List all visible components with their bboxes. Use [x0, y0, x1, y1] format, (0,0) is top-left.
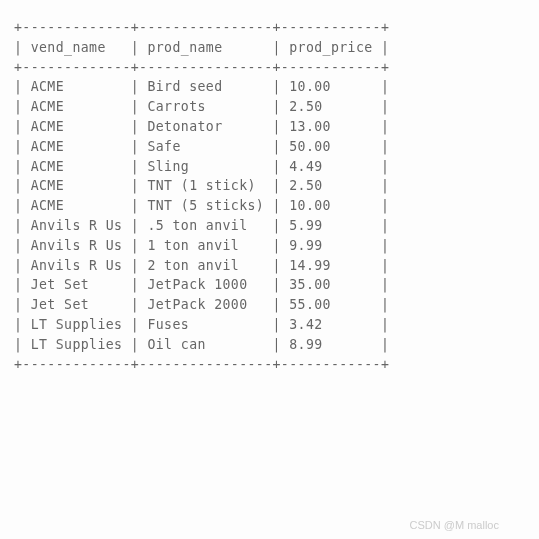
- table-row: | ACME | TNT (1 stick) | 2.50 |: [14, 176, 525, 196]
- watermark: CSDN @M malloc: [410, 517, 499, 534]
- table-row: | ACME | Carrots | 2.50 |: [14, 97, 525, 117]
- table-border: +-------------+----------------+--------…: [14, 58, 525, 78]
- table-row: | LT Supplies | Fuses | 3.42 |: [14, 315, 525, 335]
- table-row: | ACME | Sling | 4.49 |: [14, 157, 525, 177]
- table-row: | Anvils R Us | .5 ton anvil | 5.99 |: [14, 216, 525, 236]
- table-row: | Jet Set | JetPack 2000 | 55.00 |: [14, 295, 525, 315]
- table-row: | Anvils R Us | 2 ton anvil | 14.99 |: [14, 256, 525, 276]
- table-row: | ACME | TNT (5 sticks) | 10.00 |: [14, 196, 525, 216]
- table-row: | ACME | Safe | 50.00 |: [14, 137, 525, 157]
- table-header: | vend_name | prod_name | prod_price |: [14, 38, 525, 58]
- table-border: +-------------+----------------+--------…: [14, 355, 525, 375]
- table-row: | Jet Set | JetPack 1000 | 35.00 |: [14, 275, 525, 295]
- table-row: | ACME | Detonator | 13.00 |: [14, 117, 525, 137]
- table-row: | LT Supplies | Oil can | 8.99 |: [14, 335, 525, 355]
- table-row: | ACME | Bird seed | 10.00 |: [14, 77, 525, 97]
- ascii-table: +-------------+----------------+--------…: [14, 18, 525, 374]
- table-border: +-------------+----------------+--------…: [14, 18, 525, 38]
- table-row: | Anvils R Us | 1 ton anvil | 9.99 |: [14, 236, 525, 256]
